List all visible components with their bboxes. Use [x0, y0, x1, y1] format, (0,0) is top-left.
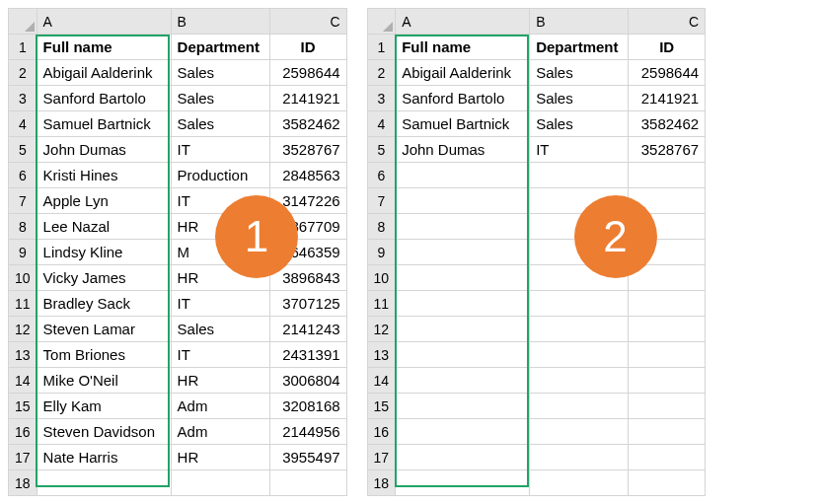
cell[interactable]	[530, 317, 629, 342]
select-all-corner[interactable]	[367, 9, 396, 35]
row-header[interactable]: 7	[367, 188, 396, 214]
cell[interactable]	[629, 291, 706, 317]
cell[interactable]	[629, 368, 706, 394]
row-header[interactable]: 12	[367, 317, 396, 342]
row-header[interactable]: 5	[367, 137, 396, 163]
row-header[interactable]: 8	[9, 214, 37, 240]
cell[interactable]: ID	[269, 35, 346, 60]
row-header[interactable]: 4	[9, 111, 37, 137]
cell[interactable]: 3528767	[269, 137, 346, 163]
row-header[interactable]: 18	[367, 470, 396, 496]
row-header[interactable]: 6	[9, 163, 37, 188]
cell[interactable]	[530, 445, 629, 470]
row-header[interactable]: 2	[367, 60, 396, 86]
cell[interactable]: 2141243	[269, 317, 346, 342]
col-header-B[interactable]: B	[530, 9, 629, 35]
cell[interactable]	[396, 419, 530, 445]
cell[interactable]	[530, 291, 629, 317]
cell[interactable]: Adm	[171, 394, 269, 419]
col-header-A[interactable]: A	[37, 9, 171, 35]
cell[interactable]: 2141921	[629, 86, 706, 111]
cell[interactable]: Bradley Sack	[37, 291, 171, 317]
row-header[interactable]: 17	[9, 445, 37, 470]
cell[interactable]: IT	[171, 342, 269, 368]
row-header[interactable]: 10	[367, 265, 396, 291]
row-header[interactable]: 15	[367, 394, 396, 419]
cell[interactable]	[396, 163, 530, 188]
cell[interactable]	[396, 291, 530, 317]
cell[interactable]: Sales	[530, 86, 629, 111]
row-header[interactable]: 9	[367, 240, 396, 265]
cell[interactable]	[396, 240, 530, 265]
cell[interactable]: Lindsy Kline	[37, 240, 171, 265]
row-header[interactable]: 4	[367, 111, 396, 137]
cell[interactable]: Kristi Hines	[37, 163, 171, 188]
cell[interactable]	[396, 214, 530, 240]
cell[interactable]	[530, 470, 629, 496]
row-header[interactable]: 8	[367, 214, 396, 240]
cell[interactable]: Steven Lamar	[37, 317, 171, 342]
cell[interactable]: IT	[530, 137, 629, 163]
cell[interactable]: Sales	[171, 86, 269, 111]
cell[interactable]: 3528767	[629, 137, 706, 163]
row-header[interactable]: 5	[9, 137, 37, 163]
cell[interactable]: Steven Davidson	[37, 419, 171, 445]
row-header[interactable]: 7	[9, 188, 37, 214]
cell[interactable]	[629, 419, 706, 445]
cell[interactable]: 2431391	[269, 342, 346, 368]
row-header[interactable]: 3	[367, 86, 396, 111]
cell[interactable]	[629, 317, 706, 342]
row-header[interactable]: 15	[9, 394, 37, 419]
cell[interactable]	[171, 470, 269, 496]
col-header-C[interactable]: C	[269, 9, 346, 35]
cell[interactable]: Production	[171, 163, 269, 188]
cell[interactable]: Full name	[396, 35, 530, 60]
cell[interactable]: Lee Nazal	[37, 214, 171, 240]
cell[interactable]: 3955497	[269, 445, 346, 470]
cell[interactable]: 2144956	[269, 419, 346, 445]
row-header[interactable]: 6	[367, 163, 396, 188]
cell[interactable]: IT	[171, 137, 269, 163]
cell[interactable]: Department	[530, 35, 629, 60]
row-header[interactable]: 14	[367, 368, 396, 394]
cell[interactable]	[629, 394, 706, 419]
cell[interactable]: Adm	[171, 419, 269, 445]
cell[interactable]: Vicky James	[37, 265, 171, 291]
cell[interactable]: Samuel Bartnick	[37, 111, 171, 137]
cell[interactable]	[530, 419, 629, 445]
cell[interactable]: 2848563	[269, 163, 346, 188]
cell[interactable]: 2598644	[629, 60, 706, 86]
row-header[interactable]: 16	[367, 419, 396, 445]
cell[interactable]: 3208168	[269, 394, 346, 419]
cell[interactable]: Sanford Bartolo	[396, 86, 530, 111]
cell[interactable]: 3006804	[269, 368, 346, 394]
col-header-B[interactable]: B	[171, 9, 269, 35]
row-header[interactable]: 10	[9, 265, 37, 291]
cell[interactable]: 3582462	[269, 111, 346, 137]
cell[interactable]: 3707125	[269, 291, 346, 317]
cell[interactable]: ID	[629, 35, 706, 60]
cell[interactable]: Sales	[530, 111, 629, 137]
cell[interactable]	[396, 368, 530, 394]
cell[interactable]: Elly Kam	[37, 394, 171, 419]
cell[interactable]: Sales	[171, 111, 269, 137]
cell[interactable]: HR	[171, 368, 269, 394]
cell[interactable]: Apple Lyn	[37, 188, 171, 214]
col-header-A[interactable]: A	[396, 9, 530, 35]
cell[interactable]: Nate Harris	[37, 445, 171, 470]
cell[interactable]	[396, 470, 530, 496]
cell[interactable]: Samuel Bartnick	[396, 111, 530, 137]
cell[interactable]: John Dumas	[396, 137, 530, 163]
row-header[interactable]: 12	[9, 317, 37, 342]
row-header[interactable]: 9	[9, 240, 37, 265]
cell[interactable]	[37, 470, 171, 496]
row-header[interactable]: 11	[9, 291, 37, 317]
cell[interactable]	[396, 188, 530, 214]
cell[interactable]: Sanford Bartolo	[37, 86, 171, 111]
row-header[interactable]: 13	[9, 342, 37, 368]
cell[interactable]	[530, 368, 629, 394]
cell[interactable]: John Dumas	[37, 137, 171, 163]
cell[interactable]: 2141921	[269, 86, 346, 111]
cell[interactable]: Sales	[530, 60, 629, 86]
row-header[interactable]: 18	[9, 470, 37, 496]
